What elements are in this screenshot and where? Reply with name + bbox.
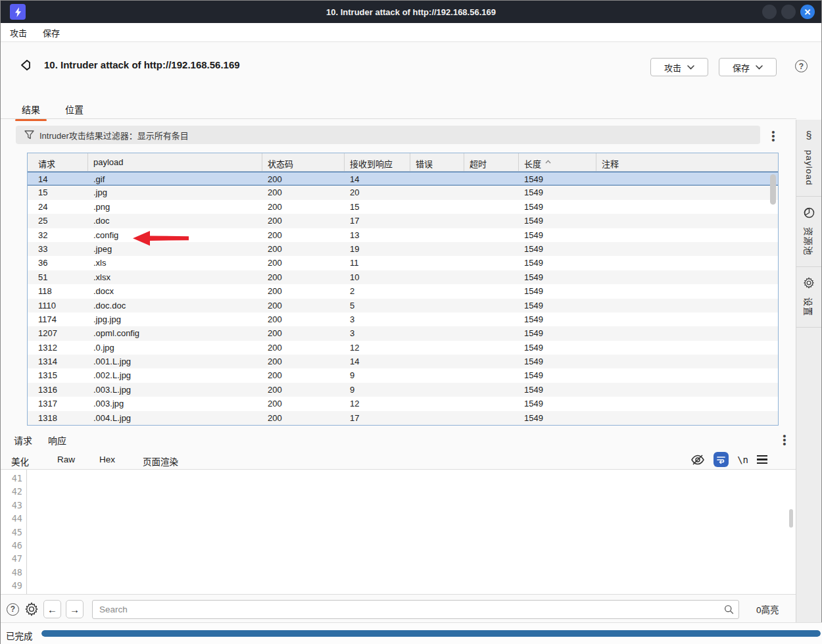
table-row[interactable]: 36.xls200111549 <box>28 256 778 270</box>
sidebar-item-settings[interactable]: 设置 <box>796 267 821 328</box>
message-menu-icon[interactable]: ••• <box>780 433 789 445</box>
editor-menu-icon[interactable] <box>757 455 767 464</box>
table-cell <box>464 299 519 312</box>
attack-button-label: 攻击 <box>664 61 681 74</box>
search-next-button[interactable]: → <box>66 600 84 618</box>
table-row[interactable]: 51.xlsx200101549 <box>28 270 778 284</box>
magnifier-icon <box>724 605 734 614</box>
sidebar-label-resource-pool: 资源池 <box>802 227 815 256</box>
table-row[interactable]: 1312.0.jpg200121549 <box>28 341 778 355</box>
menu-save[interactable]: 保存 <box>43 26 60 39</box>
column-header-6[interactable]: 长度 <box>519 153 596 171</box>
back-arrow-icon[interactable] <box>18 58 33 72</box>
column-header-1[interactable]: payload <box>88 153 262 171</box>
table-row[interactable]: 1315.002.L.jpg20091549 <box>28 368 778 382</box>
menu-bar: 攻击 保存 <box>1 23 821 42</box>
column-header-0[interactable]: 请求 <box>28 153 88 171</box>
settings-gear-icon <box>803 276 815 289</box>
table-cell: 200 <box>262 368 345 382</box>
line-number: 45 <box>1 527 26 540</box>
table-row[interactable]: 14.gif200141549 <box>28 172 778 186</box>
search-prev-button[interactable]: ← <box>43 600 61 618</box>
table-row[interactable]: 15.jpg200201549 <box>28 186 778 199</box>
table-cell: .docx <box>88 284 262 298</box>
table-row[interactable]: 1207.opml.config20031549 <box>28 326 778 340</box>
search-input[interactable] <box>92 600 739 619</box>
save-dropdown-button[interactable]: 保存 <box>719 58 777 76</box>
table-cell: 1549 <box>519 284 596 298</box>
tab-positions[interactable]: 位置 <box>59 101 90 117</box>
table-row[interactable]: 1316.003.L.jpg20091549 <box>28 383 778 397</box>
menu-attack[interactable]: 攻击 <box>10 26 27 39</box>
minimize-button[interactable] <box>762 5 777 19</box>
table-cell: 1549 <box>519 312 596 326</box>
table-row[interactable]: 118.docx20021549 <box>28 284 778 298</box>
table-cell <box>464 326 519 340</box>
table-cell <box>410 214 464 228</box>
results-filter-bar[interactable]: Intruder攻击结果过滤器：显示所有条目 <box>16 126 760 144</box>
table-cell: 1549 <box>519 214 596 228</box>
sidebar-item-payload[interactable]: § payload <box>796 120 821 197</box>
table-cell: 36 <box>28 256 88 270</box>
tab-hex[interactable]: Hex <box>94 453 120 466</box>
sidebar-item-resource-pool[interactable]: 资源池 <box>796 197 821 267</box>
table-cell <box>596 256 778 270</box>
table-cell <box>596 242 778 256</box>
table-cell <box>410 368 464 382</box>
tab-render[interactable]: 页面渲染 <box>137 453 183 469</box>
table-row[interactable]: 1110.doc.doc20051549 <box>28 299 778 312</box>
column-header-3[interactable]: 接收到响应 <box>345 153 410 171</box>
table-cell: 24 <box>28 200 88 214</box>
table-cell: 200 <box>262 397 345 410</box>
hide-eye-icon[interactable] <box>690 454 705 466</box>
main-tab-bar: 结果 位置 <box>1 99 796 119</box>
table-row[interactable]: 1314.001.L.jpg200141549 <box>28 355 778 368</box>
table-scrollbar[interactable] <box>770 174 776 205</box>
table-cell: .opml.config <box>88 326 262 340</box>
tab-prettify[interactable]: 美化 <box>6 453 34 469</box>
newline-chars-icon[interactable]: \n <box>737 455 748 465</box>
word-wrap-icon[interactable] <box>713 452 729 467</box>
column-header-5[interactable]: 超时 <box>464 153 519 171</box>
table-row[interactable]: 1174.jpg.jpg20031549 <box>28 312 778 326</box>
payload-icon: § <box>806 129 812 142</box>
tab-raw[interactable]: Raw <box>52 453 80 466</box>
tab-response[interactable]: 响应 <box>43 432 72 448</box>
table-cell <box>596 326 778 340</box>
attack-dropdown-button[interactable]: 攻击 <box>650 58 708 76</box>
search-help-icon[interactable]: ? <box>7 603 19 616</box>
response-editor[interactable]: 414243444546474849 <box>1 470 796 595</box>
table-cell: 200 <box>262 256 345 270</box>
table-cell: .xlsx <box>88 270 262 284</box>
table-cell <box>410 299 464 312</box>
table-cell: 1549 <box>519 341 596 355</box>
table-row[interactable]: 25.doc200171549 <box>28 214 778 228</box>
tab-results[interactable]: 结果 <box>15 101 47 117</box>
search-settings-gear-icon[interactable] <box>24 602 39 616</box>
table-cell: .0.jpg <box>88 341 262 355</box>
table-cell <box>464 355 519 368</box>
table-cell: 1314 <box>28 355 88 368</box>
table-cell: .doc.doc <box>88 299 262 312</box>
filter-menu-icon[interactable]: ••• <box>769 130 778 141</box>
table-cell: 200 <box>262 341 345 355</box>
line-number: 49 <box>1 580 26 593</box>
save-button-label: 保存 <box>733 61 750 74</box>
table-row[interactable]: 1318.004.L.jpg200171549 <box>28 411 778 425</box>
close-button[interactable]: ✕ <box>800 5 815 19</box>
table-row[interactable]: 1317.003.jpg200121549 <box>28 397 778 410</box>
table-cell: 3 <box>345 312 410 326</box>
tab-request[interactable]: 请求 <box>9 432 37 448</box>
column-header-2[interactable]: 状态码 <box>262 153 345 171</box>
column-header-4[interactable]: 错误 <box>410 153 464 171</box>
table-cell: 200 <box>262 312 345 326</box>
editor-scrollbar[interactable] <box>789 509 793 528</box>
maximize-button[interactable] <box>781 5 796 19</box>
table-cell: .xls <box>88 256 262 270</box>
column-header-7[interactable]: 注释 <box>596 153 778 171</box>
window-title: 10. Intruder attack of http://192.168.56… <box>1 7 821 17</box>
intruder-lightning-icon <box>10 4 26 20</box>
help-icon[interactable]: ? <box>795 60 808 72</box>
table-cell: 200 <box>262 186 345 199</box>
table-row[interactable]: 24.png200151549 <box>28 200 778 214</box>
